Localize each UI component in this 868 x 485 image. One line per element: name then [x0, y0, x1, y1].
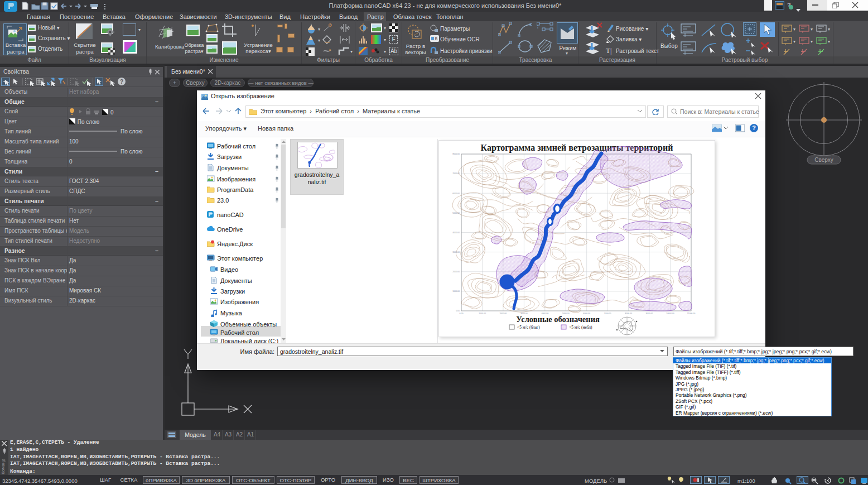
svg-text:7000.00: 7000.00	[604, 313, 611, 315]
svg-text:6000.00: 6000.00	[452, 193, 460, 195]
svg-text:1000.00: 1000.00	[452, 290, 460, 292]
svg-text:0.00: 0.00	[460, 313, 464, 315]
svg-text:1000.00: 1000.00	[479, 313, 486, 315]
svg-text:Сверху: Сверху	[814, 157, 833, 163]
svg-text:4000.00: 4000.00	[541, 313, 548, 315]
svg-text:Условные обозначения: Условные обозначения	[516, 315, 600, 324]
svg-text:3000.00: 3000.00	[520, 313, 528, 315]
svg-text:2000.00: 2000.00	[500, 313, 507, 315]
svg-text:8000.00: 8000.00	[452, 153, 460, 155]
svg-text:?: ?	[120, 79, 123, 85]
svg-text:<5 м/с (благ): <5 м/с (благ)	[517, 325, 540, 330]
svg-text:11000.00: 11000.00	[687, 313, 695, 315]
svg-text:5000.00: 5000.00	[562, 313, 570, 315]
svg-text:5000.00: 5000.00	[452, 212, 460, 214]
svg-text:4000.00: 4000.00	[452, 232, 460, 234]
svg-text:B: B	[435, 37, 438, 41]
svg-text:>5 м/с (небл): >5 м/с (небл)	[569, 325, 592, 330]
svg-text:2000.00: 2000.00	[452, 271, 460, 273]
svg-text:10000.00: 10000.00	[666, 313, 674, 315]
svg-text:6000.00: 6000.00	[583, 313, 590, 315]
svg-text:8000.00: 8000.00	[625, 313, 632, 315]
svg-text:9000.00: 9000.00	[646, 313, 653, 315]
